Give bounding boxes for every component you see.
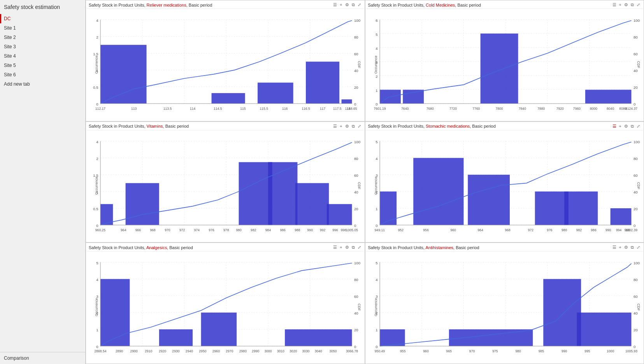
svg-rect-13 [258,83,293,104]
plus-icon-3[interactable]: + [339,124,343,129]
svg-text:1002.39: 1002.39 [625,228,637,232]
chart-reliever: Safety Stock in Product Units, Reliever … [86,0,365,121]
sidebar-item-site6[interactable]: Site 6 [0,70,85,79]
sidebar-item-site5[interactable]: Site 5 [0,61,85,70]
svg-rect-100 [126,183,159,225]
svg-rect-195 [100,279,130,346]
svg-text:2980: 2980 [239,350,247,353]
sidebar-item-dc[interactable]: DC [0,14,85,23]
svg-text:60: 60 [354,294,358,299]
chart-vitamins: Safety Stock in Product Units, Vitamins,… [86,121,365,243]
svg-text:968: 968 [505,228,511,232]
gear-icon-5[interactable]: ⚙ [344,245,350,250]
expand-icon-3[interactable]: ⤢ [357,124,362,129]
copy-icon-3[interactable]: ⧉ [351,124,356,129]
y-label-occurrence-4: Occurrence [374,177,378,195]
svg-text:60: 60 [633,173,637,178]
chart-reliever-header: Safety Stock in Product Units, Reliever … [87,1,364,9]
expand-icon-5[interactable]: ⤢ [357,245,362,250]
svg-text:5: 5 [376,140,377,144]
chart-analgesics-icons: ☰ + ⚙ ⧉ ⤢ [332,245,361,250]
svg-rect-152 [535,192,568,225]
copy-icon-5[interactable]: ⧉ [351,245,356,250]
plus-icon-6[interactable]: + [618,245,622,250]
svg-text:2970: 2970 [226,350,233,353]
plus-icon-5[interactable]: + [339,245,343,250]
svg-text:0.5: 0.5 [93,85,98,90]
svg-text:112.17: 112.17 [95,107,106,111]
chart-vitamins-body: Occurrence CDF [87,130,364,242]
svg-text:0: 0 [633,345,635,349]
sidebar-item-site4[interactable]: Site 4 [0,51,85,61]
main-content: Safety Stock in Product Units, Reliever … [86,0,644,364]
svg-rect-243 [380,329,405,346]
svg-text:100: 100 [633,18,640,23]
svg-text:982: 982 [251,228,256,232]
expand-icon-2[interactable]: ⤢ [636,2,641,7]
gear-icon-4[interactable]: ⚙ [623,124,629,129]
svg-text:5: 5 [96,261,98,265]
gear-icon-2[interactable]: ⚙ [623,2,629,7]
table-icon-2[interactable]: ☰ [612,2,617,7]
expand-icon[interactable]: ⤢ [357,2,362,7]
y-label-cdf-6: CDF [637,304,640,311]
sidebar-comparison[interactable]: Comparison [0,352,85,364]
svg-text:3040: 3040 [315,350,322,353]
copy-icon-2[interactable]: ⧉ [630,2,635,7]
svg-text:116.5: 116.5 [302,107,310,111]
y-label-cdf-3: CDF [357,182,361,190]
plus-icon-4[interactable]: + [618,124,622,129]
copy-icon[interactable]: ⧉ [351,2,356,7]
svg-text:1: 1 [376,328,377,332]
svg-text:0: 0 [376,102,378,106]
table-icon[interactable]: ☰ [332,2,338,7]
svg-text:994: 994 [616,228,621,232]
plus-icon-2[interactable]: + [618,2,622,7]
sidebar-item-add-tab[interactable]: Add new tab [0,79,85,89]
svg-text:976: 976 [209,228,214,232]
svg-text:8124.37: 8124.37 [625,107,637,111]
svg-text:117: 117 [320,107,326,111]
y-label-cdf-2: CDF [637,61,640,69]
svg-text:60: 60 [633,52,637,56]
svg-text:3020: 3020 [290,350,297,353]
svg-text:975: 975 [492,350,498,353]
svg-text:3030: 3030 [302,350,309,353]
svg-text:80: 80 [354,35,358,39]
svg-rect-245 [543,279,581,346]
svg-text:4: 4 [376,157,378,161]
sidebar-item-site2[interactable]: Site 2 [0,33,85,42]
svg-text:7680: 7680 [426,107,433,111]
chart-stomachic-title: Safety Stock in Product Units, Stomachic… [368,124,496,128]
svg-text:986: 986 [280,228,286,232]
table-icon-3[interactable]: ☰ [332,124,338,129]
gear-icon[interactable]: ⚙ [344,2,350,7]
svg-text:20: 20 [354,207,358,211]
svg-rect-149 [380,192,397,225]
svg-text:0: 0 [96,345,98,349]
y-label-cdf-4: CDF [637,182,640,190]
svg-text:990: 990 [307,228,313,232]
svg-text:7800: 7800 [495,107,503,111]
copy-icon-6[interactable]: ⧉ [630,245,635,250]
svg-rect-12 [212,93,245,104]
svg-text:20: 20 [633,207,637,211]
gear-icon-6[interactable]: ⚙ [623,245,629,250]
table-icon-6[interactable]: ☰ [612,245,617,250]
expand-icon-4[interactable]: ⤢ [636,124,641,129]
svg-text:1005.93: 1005.93 [625,350,637,353]
plus-icon[interactable]: + [339,2,343,7]
copy-icon-4[interactable]: ⧉ [630,124,635,129]
svg-text:965: 965 [446,350,452,353]
sidebar-item-site1[interactable]: Site 1 [0,23,85,33]
svg-rect-101 [239,162,272,225]
gear-icon-3[interactable]: ⚙ [344,124,350,129]
svg-text:5: 5 [376,261,377,265]
sidebar-item-site3[interactable]: Site 3 [0,42,85,51]
expand-icon-6[interactable]: ⤢ [636,245,641,250]
svg-text:960: 960 [450,228,456,232]
table-icon-5[interactable]: ☰ [332,245,338,250]
svg-text:949.11: 949.11 [374,228,385,232]
svg-text:0: 0 [96,223,98,228]
table-icon-4[interactable]: ☰ [612,124,617,129]
